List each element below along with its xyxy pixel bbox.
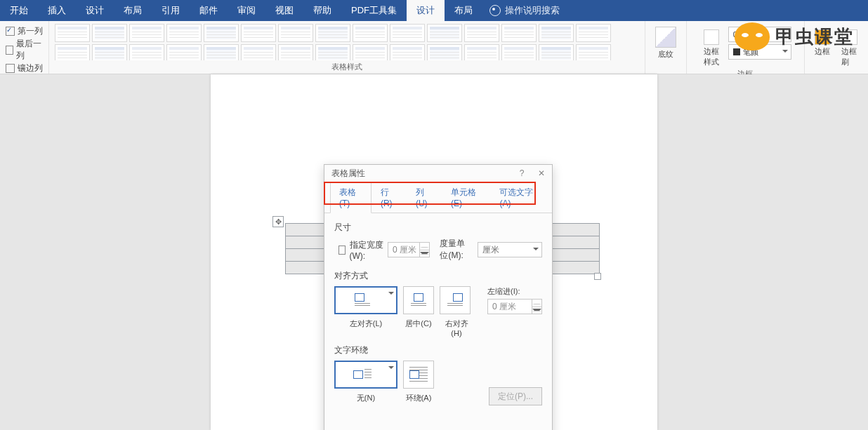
align-option[interactable] xyxy=(440,286,471,314)
border-style-button[interactable]: 边框样式 xyxy=(699,27,724,67)
bulb-icon xyxy=(489,5,501,16)
table-style-swatch[interactable] xyxy=(501,44,537,60)
table-style-swatch[interactable] xyxy=(204,24,239,42)
table-style-swatch[interactable] xyxy=(539,44,574,60)
logo-icon xyxy=(735,22,770,51)
wrap-option[interactable] xyxy=(403,361,434,389)
ribbon-tab[interactable]: 设计 xyxy=(407,0,445,21)
ribbon-tab-bar: 开始插入设计布局引用邮件审阅视图帮助PDF工具集设计布局操作说明搜索 xyxy=(0,0,868,21)
table-style-swatch[interactable] xyxy=(278,44,313,60)
table-style-swatch[interactable] xyxy=(129,44,164,60)
ribbon-tab[interactable]: 邮件 xyxy=(190,0,228,21)
dialog-tab[interactable]: 可选文字(A) xyxy=(490,182,546,213)
table-resize-handle[interactable] xyxy=(594,273,601,280)
ribbon-tab[interactable]: 插入 xyxy=(38,0,76,21)
table-style-swatch[interactable] xyxy=(166,24,202,42)
align-label: 左对齐(L) xyxy=(334,318,397,329)
styles-group-label: 表格样式 xyxy=(55,60,639,72)
table-style-swatch[interactable] xyxy=(427,44,462,60)
close-button[interactable]: ✕ xyxy=(535,168,548,178)
help-button[interactable]: ? xyxy=(515,168,528,178)
shading-button[interactable]: 底纹 xyxy=(651,24,680,60)
align-label: 居中(C) xyxy=(403,318,434,329)
ribbon-tab[interactable]: 帮助 xyxy=(303,0,341,21)
table-style-swatch[interactable] xyxy=(427,24,462,42)
shading-icon xyxy=(655,27,676,48)
table-style-swatch[interactable] xyxy=(129,24,164,42)
wrap-section-title: 文字环绕 xyxy=(334,344,542,356)
table-styles-gallery[interactable] xyxy=(55,24,631,60)
table-style-swatch[interactable] xyxy=(353,44,388,60)
unit-label: 度量单位(M): xyxy=(440,238,473,262)
watermark-logo: 甲虫课堂 xyxy=(735,22,854,51)
align-option[interactable] xyxy=(403,286,434,314)
table-style-swatch[interactable] xyxy=(315,24,350,42)
ribbon: 第一列 最后一列 镶边列 式选项 表格样式 底纹 边框样式 0.5 磅 笔颜 边… xyxy=(0,21,868,74)
ribbon-tab[interactable]: PDF工具集 xyxy=(341,0,407,21)
indent-label: 左缩进(I): xyxy=(487,286,542,297)
align-option[interactable] xyxy=(334,286,397,314)
banded-col-checkbox[interactable]: 镶边列 xyxy=(6,62,43,74)
tell-me-search[interactable]: 操作说明搜索 xyxy=(489,4,560,17)
document-area: ✥ 表格属性 ? ✕ 表格(T)行(R)列(U)单元格(E)可选文字(A) 尺寸… xyxy=(0,74,868,430)
table-style-swatch[interactable] xyxy=(390,24,425,42)
table-style-swatch[interactable] xyxy=(278,24,313,42)
table-style-swatch[interactable] xyxy=(92,44,127,60)
last-col-checkbox[interactable]: 最后一列 xyxy=(6,38,43,62)
ribbon-tab[interactable]: 布局 xyxy=(445,0,482,21)
table-style-swatch[interactable] xyxy=(576,24,611,42)
table-style-swatch[interactable] xyxy=(539,24,574,42)
table-style-swatch[interactable] xyxy=(204,44,239,60)
spec-width-label: 指定宽度(W): xyxy=(350,239,383,261)
table-style-swatch[interactable] xyxy=(315,44,350,60)
size-section-title: 尺寸 xyxy=(334,222,542,234)
unit-select[interactable]: 厘米 xyxy=(478,242,542,257)
dialog-tab[interactable]: 单元格(E) xyxy=(442,182,491,213)
align-label: 右对齐(H) xyxy=(440,318,473,337)
table-style-swatch[interactable] xyxy=(576,44,611,60)
border-style-icon xyxy=(704,29,719,45)
wrap-icon xyxy=(409,367,428,382)
table-style-swatch[interactable] xyxy=(501,24,537,42)
table-style-swatch[interactable] xyxy=(92,24,127,42)
wrap-icon xyxy=(353,367,371,382)
indent-input[interactable]: 0 厘米 xyxy=(487,299,542,314)
ribbon-tab[interactable]: 开始 xyxy=(0,0,38,21)
position-button[interactable]: 定位(P)... xyxy=(489,387,542,405)
ribbon-tab[interactable]: 审阅 xyxy=(228,0,265,21)
dialog-tab[interactable]: 表格(T) xyxy=(330,182,371,213)
table-style-swatch[interactable] xyxy=(241,44,276,60)
ribbon-tab[interactable]: 视图 xyxy=(265,0,303,21)
wrap-option[interactable] xyxy=(334,361,397,389)
table-style-swatch[interactable] xyxy=(166,44,202,60)
table-style-swatch[interactable] xyxy=(464,44,499,60)
table-style-swatch[interactable] xyxy=(390,44,425,60)
align-icon xyxy=(355,293,370,307)
spec-width-checkbox[interactable] xyxy=(338,246,346,255)
wrap-label: 环绕(A) xyxy=(403,393,434,403)
table-style-swatch[interactable] xyxy=(464,24,499,42)
dialog-tab[interactable]: 行(R) xyxy=(371,182,407,213)
align-section-title: 对齐方式 xyxy=(334,270,542,282)
table-style-swatch[interactable] xyxy=(55,24,90,42)
dialog-tab[interactable]: 列(U) xyxy=(407,182,442,213)
table-style-swatch[interactable] xyxy=(353,24,388,42)
wrap-label: 无(N) xyxy=(334,393,397,403)
ribbon-tab[interactable]: 设计 xyxy=(76,0,114,21)
width-input[interactable]: 0 厘米 xyxy=(388,242,430,257)
table-properties-dialog: 表格属性 ? ✕ 表格(T)行(R)列(U)单元格(E)可选文字(A) 尺寸 指… xyxy=(324,164,553,430)
table-style-swatch[interactable] xyxy=(55,44,90,60)
dialog-title: 表格属性 xyxy=(331,168,365,180)
table-style-swatch[interactable] xyxy=(241,24,276,42)
ribbon-tab[interactable]: 引用 xyxy=(152,0,190,21)
align-icon xyxy=(447,293,463,307)
table-move-handle[interactable]: ✥ xyxy=(272,216,284,227)
ribbon-tab[interactable]: 布局 xyxy=(114,0,152,21)
first-col-checkbox[interactable]: 第一列 xyxy=(6,25,43,37)
align-icon xyxy=(411,293,426,307)
